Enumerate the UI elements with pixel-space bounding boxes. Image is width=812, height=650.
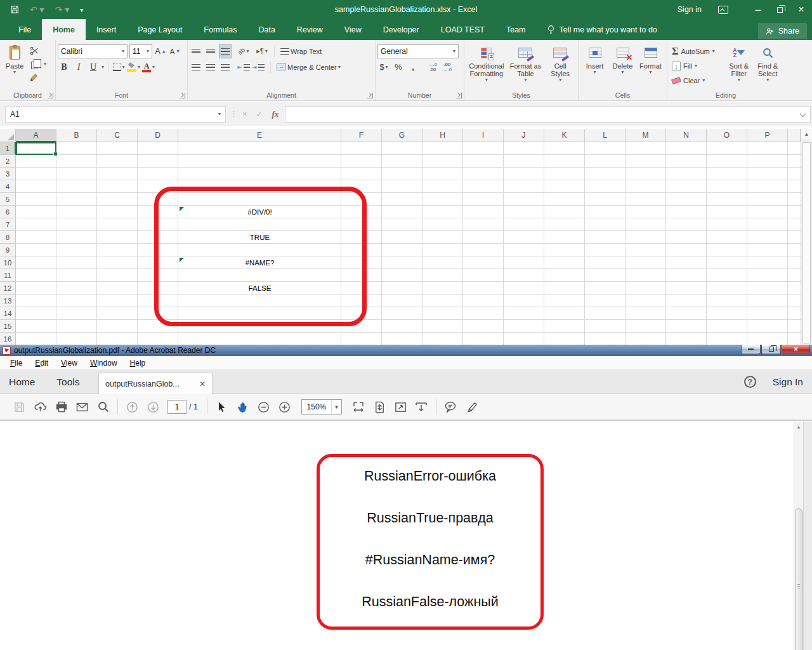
copy-button[interactable]: ▾ — [30, 58, 46, 71]
format-as-table-button[interactable]: Format as Table▾ — [507, 43, 545, 89]
sort-filter-button[interactable]: AZ Sort & Filter▾ — [724, 43, 753, 89]
column-header-L[interactable]: L — [585, 129, 625, 142]
acrobat-minimize-button[interactable] — [741, 345, 761, 354]
page-number-input[interactable]: 1 — [167, 400, 187, 414]
increase-decimal-button[interactable]: ←.0.00 — [426, 60, 439, 74]
select-all-corner[interactable] — [0, 129, 16, 142]
column-header-C[interactable]: C — [97, 129, 138, 142]
orientation-button[interactable]: ab▾ — [237, 44, 250, 58]
format-cells-button[interactable]: Format▾ — [637, 43, 665, 89]
fit-width-icon[interactable] — [348, 397, 369, 416]
number-dialog-launcher[interactable] — [456, 93, 462, 98]
excel-restore-button[interactable] — [769, 0, 790, 19]
spreadsheet[interactable]: ABCDEFGHIJKLMNOP12345678910111213141516#… — [0, 129, 801, 345]
font-size-combo[interactable]: 11▾ — [129, 44, 152, 58]
row-header-7[interactable]: 7 — [0, 218, 16, 231]
excel-tab-formulas[interactable]: Formulas — [193, 19, 247, 40]
row-header-1[interactable]: 1 — [0, 142, 16, 155]
row-header-11[interactable]: 11 — [0, 269, 16, 282]
column-header-partial[interactable] — [788, 129, 801, 142]
read-mode-icon[interactable] — [411, 397, 432, 416]
tab-tools[interactable]: Tools — [56, 376, 79, 388]
excel-vertical-scrollbar[interactable]: ▲ — [801, 129, 812, 345]
excel-minimize-button[interactable]: ─ — [747, 0, 769, 19]
enter-formula-icon[interactable]: ✓ — [256, 109, 263, 119]
increase-font-icon[interactable]: A▲ — [154, 44, 167, 58]
select-tool-icon[interactable] — [211, 397, 232, 416]
row-header-16[interactable]: 16 — [0, 333, 16, 345]
excel-tab-developer[interactable]: Developer — [372, 19, 430, 40]
zoom-level-combo[interactable]: 150%▼ — [301, 399, 342, 415]
align-top-button[interactable] — [190, 44, 202, 58]
acrobat-close-button[interactable]: × — [782, 345, 810, 354]
acrobat-sign-in[interactable]: Sign In — [773, 376, 803, 388]
excel-scroll-up-icon[interactable]: ▲ — [801, 129, 812, 140]
menu-view[interactable]: View — [55, 359, 84, 368]
tell-me-box[interactable]: Tell me what you want to do — [537, 19, 667, 40]
conditional-formatting-button[interactable]: Conditional Formatting▾ — [466, 43, 507, 89]
column-header-H[interactable]: H — [422, 129, 463, 142]
excel-tab-data[interactable]: Data — [247, 19, 285, 40]
acrobat-restore-button[interactable] — [761, 345, 781, 354]
expand-formula-bar-icon[interactable] — [800, 111, 806, 117]
menu-edit[interactable]: Edit — [29, 359, 55, 368]
menu-window[interactable]: Window — [84, 359, 124, 368]
excel-scrollbar-thumb[interactable] — [802, 142, 811, 343]
delete-cells-button[interactable]: Delete▾ — [609, 43, 637, 89]
redo-icon[interactable]: ↷ ▾ — [55, 4, 70, 15]
column-header-O[interactable]: O — [707, 129, 747, 142]
column-header-J[interactable]: J — [504, 129, 544, 142]
align-right-button[interactable] — [219, 60, 232, 74]
column-header-B[interactable]: B — [56, 129, 97, 142]
save-file-icon[interactable] — [9, 397, 30, 416]
comma-format-button[interactable]: , — [407, 60, 419, 74]
excel-tab-team[interactable]: Team — [495, 19, 537, 40]
hand-tool-icon[interactable] — [232, 397, 253, 416]
insert-function-icon[interactable]: fx — [272, 109, 279, 119]
row-header-13[interactable]: 13 — [0, 295, 16, 307]
column-header-I[interactable]: I — [463, 129, 504, 142]
alignment-dialog-launcher[interactable] — [367, 93, 373, 98]
cells-area[interactable]: #DIV/0!TRUE#NAME?FALSE — [16, 142, 801, 345]
share-document-cloud-icon[interactable] — [30, 397, 51, 416]
font-name-combo[interactable]: Calibri▾ — [58, 44, 128, 58]
text-direction-button[interactable]: ▸¶▾ — [256, 44, 268, 58]
font-dialog-launcher[interactable] — [180, 93, 185, 98]
row-header-3[interactable]: 3 — [0, 168, 16, 180]
fullscreen-icon[interactable] — [390, 397, 411, 416]
menu-help[interactable]: Help — [124, 359, 152, 368]
align-bottom-button[interactable] — [219, 44, 232, 58]
excel-tab-load-test[interactable]: LOAD TEST — [430, 19, 495, 40]
row-header-9[interactable]: 9 — [0, 244, 16, 256]
increase-indent-button[interactable]: ⇥ — [252, 60, 265, 74]
menu-file[interactable]: File — [4, 359, 29, 368]
row-header-14[interactable]: 14 — [0, 307, 16, 320]
next-page-icon[interactable] — [143, 397, 164, 416]
fit-page-icon[interactable] — [369, 397, 390, 416]
save-icon[interactable] — [10, 5, 19, 14]
underline-button[interactable]: U — [87, 60, 100, 74]
autosum-button[interactable]: ΣAutoSum▾ — [672, 44, 722, 58]
row-header-5[interactable]: 5 — [0, 193, 16, 206]
cut-button[interactable] — [30, 44, 46, 58]
tab-home[interactable]: Home — [9, 376, 35, 388]
column-header-N[interactable]: N — [666, 129, 707, 142]
insert-cells-button[interactable]: Insert▾ — [581, 43, 609, 89]
cancel-formula-icon[interactable]: × — [242, 109, 247, 119]
excel-tab-home[interactable]: Home — [42, 19, 86, 40]
column-header-F[interactable]: F — [341, 129, 382, 142]
font-color-button[interactable]: A▾ — [142, 60, 155, 74]
zoom-out-icon[interactable] — [253, 397, 274, 416]
row-header-2[interactable]: 2 — [0, 155, 16, 168]
format-painter-button[interactable] — [30, 70, 46, 84]
paste-button[interactable]: Paste▾ — [2, 43, 27, 85]
share-button[interactable]: Share — [758, 23, 807, 39]
zoom-in-icon[interactable] — [274, 397, 295, 416]
row-header-4[interactable]: 4 — [0, 180, 16, 193]
merge-center-button[interactable]: ↔ Merge & Center▾ — [277, 60, 341, 74]
name-box[interactable]: A1▾ — [5, 106, 226, 123]
excel-tab-view[interactable]: View — [334, 19, 372, 40]
wrap-text-button[interactable]: Wrap Text — [280, 44, 322, 58]
ribbon-display-options-icon[interactable] — [718, 6, 728, 14]
row-header-12[interactable]: 12 — [0, 282, 16, 295]
